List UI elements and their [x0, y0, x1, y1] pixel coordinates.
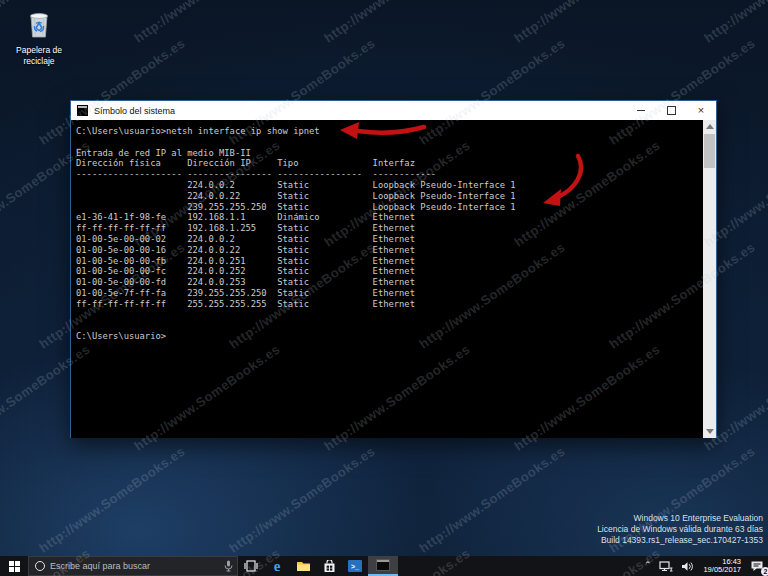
console-scrollbar[interactable]	[703, 120, 716, 438]
task-view-button[interactable]	[238, 556, 264, 576]
console-text: C:\Users\usuario>netsh interface ip show…	[76, 126, 702, 438]
site-watermark-text: http://www.SomeBooks.es	[511, 0, 662, 46]
recycle-bin-icon	[22, 8, 56, 40]
window-title: Símbolo del sistema	[94, 106, 626, 116]
taskbar-app-icons: e >_	[238, 556, 398, 576]
cmd-window: Símbolo del sistema × C:\Users\usuario>n…	[70, 100, 717, 438]
microphone-icon[interactable]	[224, 560, 233, 572]
volume-icon[interactable]	[677, 556, 698, 576]
close-button[interactable]: ×	[686, 101, 716, 120]
start-button[interactable]	[0, 556, 28, 576]
site-watermark-text: http://www.SomeBooks.es	[36, 443, 187, 555]
minimize-button[interactable]	[626, 101, 656, 120]
taskbar-clock[interactable]: 16:43 19/05/2017	[698, 558, 746, 575]
file-explorer-button[interactable]	[290, 556, 316, 576]
powershell-icon: >_	[348, 560, 362, 572]
windows-store-button[interactable]	[316, 556, 342, 576]
site-watermark-text: http://www.SomeBooks.es	[416, 443, 567, 555]
console-area[interactable]: C:\Users\usuario>netsh interface ip show…	[71, 120, 716, 438]
site-watermark-text: http://www.SomeBooks.es	[131, 0, 282, 46]
maximize-button[interactable]	[656, 101, 686, 120]
file-explorer-icon	[296, 560, 311, 572]
network-icon[interactable]	[655, 556, 677, 576]
windows-logo-icon	[9, 561, 20, 572]
system-tray: ⌃ 16:43 19/05/2017 2	[640, 556, 768, 576]
site-watermark-text: http://www.SomeBooks.es	[701, 0, 768, 46]
cmd-app-icon	[77, 105, 88, 116]
eval-line-2: Licencia de Windows válida durante 63 dí…	[597, 524, 763, 535]
scrollbar-thumb[interactable]	[704, 134, 715, 168]
eval-watermark: Windows 10 Enterprise Evaluation Licenci…	[597, 513, 763, 546]
task-view-icon	[244, 560, 258, 572]
tray-overflow-chevron-icon[interactable]: ⌃	[640, 555, 656, 575]
cmd-taskbar-button-active[interactable]	[368, 556, 398, 576]
cmd-taskbar-icon	[376, 559, 390, 571]
site-watermark-text: http://www.SomeBooks.es	[321, 0, 472, 46]
eval-line-1: Windows 10 Enterprise Evaluation	[597, 513, 763, 524]
site-watermark-text: http://www.SomeBooks.es	[226, 443, 377, 555]
recycle-bin-label-line1: Papelera de	[8, 45, 70, 55]
taskbar: e >_ ⌃	[0, 556, 768, 576]
powershell-button[interactable]: >_	[342, 556, 368, 576]
action-center-button[interactable]: 2	[746, 556, 768, 576]
notification-count-badge: 2	[761, 567, 768, 576]
search-input[interactable]	[50, 561, 224, 571]
recycle-bin-desktop-icon[interactable]: Papelera de reciclaje	[8, 8, 70, 66]
store-icon	[323, 560, 336, 573]
scrollbar-down-arrow-icon[interactable]	[703, 425, 716, 438]
cmd-titlebar[interactable]: Símbolo del sistema ×	[71, 101, 716, 120]
clock-date: 19/05/2017	[703, 566, 741, 575]
eval-line-3: Build 14393.rs1_release_sec.170427-1353	[597, 535, 763, 546]
cortana-icon	[35, 561, 45, 571]
edge-browser-button[interactable]: e	[264, 556, 290, 576]
scrollbar-up-arrow-icon[interactable]	[703, 120, 716, 133]
recycle-bin-label-line2: reciclaje	[8, 56, 70, 66]
edge-icon: e	[274, 559, 281, 573]
taskbar-search-box[interactable]	[28, 556, 238, 576]
